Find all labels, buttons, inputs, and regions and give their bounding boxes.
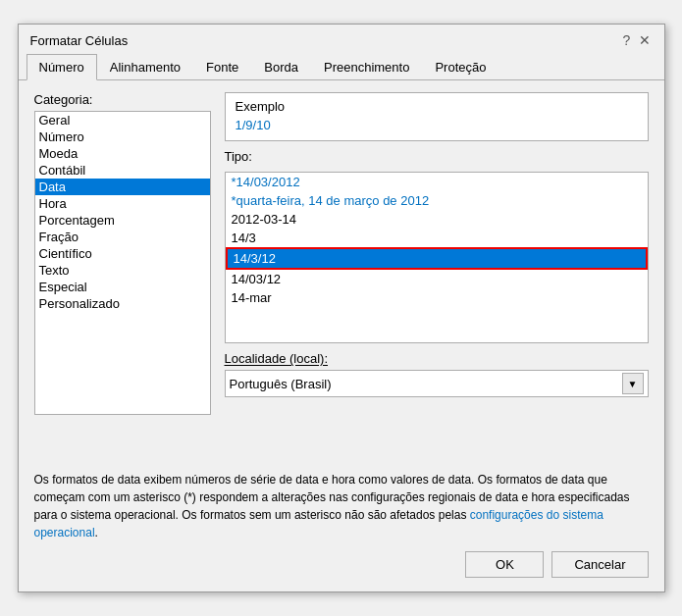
ok-button[interactable]: OK xyxy=(465,551,544,578)
category-item[interactable]: Personalizado xyxy=(35,295,210,312)
tab-numero[interactable]: Número xyxy=(26,54,97,80)
left-panel: Categoria: GeralNúmeroMoedaContábilDataH… xyxy=(34,92,211,449)
type-item[interactable]: 14/3 xyxy=(226,229,648,247)
type-list: *14/03/2012*quarta-feira, 14 de março de… xyxy=(226,173,648,342)
category-item[interactable]: Número xyxy=(35,128,210,145)
category-item[interactable]: Data xyxy=(35,179,210,195)
cancel-button[interactable]: Cancelar xyxy=(551,551,648,578)
chevron-down-icon: ▼ xyxy=(628,379,638,389)
example-value: 1/9/10 xyxy=(236,118,638,132)
category-item[interactable]: Contábil xyxy=(35,162,210,179)
type-item[interactable]: *14/03/2012 xyxy=(226,173,648,191)
category-item[interactable]: Moeda xyxy=(35,145,210,162)
locale-section: Localidade (local): Português (Brasil) ▼ xyxy=(225,351,649,397)
footer: OK Cancelar xyxy=(19,541,664,591)
info-end-text: . xyxy=(95,526,98,539)
tab-preenchimento[interactable]: Preenchimento xyxy=(311,54,422,80)
main-content: Categoria: GeralNúmeroMoedaContábilDataH… xyxy=(19,80,664,461)
close-button[interactable]: ✕ xyxy=(637,32,653,48)
info-text: Os formatos de data exibem números de sé… xyxy=(19,461,664,541)
example-label: Exemplo xyxy=(236,99,638,114)
type-item[interactable]: 14/03/12 xyxy=(226,270,648,288)
type-item[interactable]: 14-mar xyxy=(226,288,648,307)
type-item[interactable]: *quarta-feira, 14 de março de 2012 xyxy=(226,191,648,210)
tab-fonte[interactable]: Fonte xyxy=(193,54,251,80)
type-item[interactable]: 2012-03-14 xyxy=(226,210,648,229)
title-bar-controls: ? ✕ xyxy=(619,32,653,48)
category-item[interactable]: Porcentagem xyxy=(35,212,210,229)
type-item[interactable]: 14/3/12 xyxy=(226,247,648,270)
example-box: Exemplo 1/9/10 xyxy=(225,92,649,141)
tab-borda[interactable]: Borda xyxy=(251,54,311,80)
tab-alinhamento[interactable]: Alinhamento xyxy=(97,54,193,80)
locale-label: Localidade (local): xyxy=(225,351,649,366)
category-item[interactable]: Especial xyxy=(35,279,210,295)
title-bar: Formatar Células ? ✕ xyxy=(19,25,664,52)
locale-dropdown-arrow[interactable]: ▼ xyxy=(622,373,644,394)
category-item[interactable]: Hora xyxy=(35,195,210,212)
category-label: Categoria: xyxy=(34,92,211,107)
category-item[interactable]: Fração xyxy=(35,229,210,245)
type-label: Tipo: xyxy=(225,149,649,164)
category-item[interactable]: Científico xyxy=(35,245,210,262)
right-panel: Exemplo 1/9/10 Tipo: *14/03/2012*quarta-… xyxy=(225,92,649,449)
category-item[interactable]: Texto xyxy=(35,262,210,279)
category-list-wrapper: GeralNúmeroMoedaContábilDataHoraPorcenta… xyxy=(34,111,211,415)
format-cells-dialog: Formatar Células ? ✕ NúmeroAlinhamentoFo… xyxy=(18,24,665,592)
help-button[interactable]: ? xyxy=(619,32,635,48)
dialog-title: Formatar Células xyxy=(30,33,129,48)
tabs-bar: NúmeroAlinhamentoFonteBordaPreenchimento… xyxy=(19,54,664,80)
type-list-wrapper: *14/03/2012*quarta-feira, 14 de março de… xyxy=(225,172,649,343)
category-list: GeralNúmeroMoedaContábilDataHoraPorcenta… xyxy=(35,112,210,414)
locale-value: Português (Brasil) xyxy=(230,377,622,391)
tab-protecao[interactable]: Proteção xyxy=(422,54,498,80)
locale-select[interactable]: Português (Brasil) ▼ xyxy=(225,370,649,397)
category-item[interactable]: Geral xyxy=(35,112,210,128)
